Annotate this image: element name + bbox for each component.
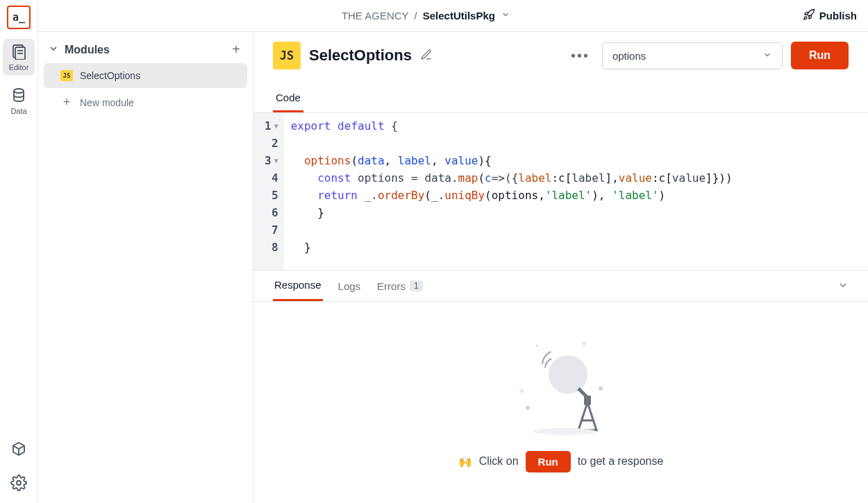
js-icon: JS [273, 42, 301, 69]
publish-label: Publish [819, 10, 857, 22]
sidebar-heading: Modules [65, 44, 226, 56]
svg-point-6 [535, 344, 537, 346]
rail-data[interactable]: Data [3, 83, 35, 119]
tab-code[interactable]: Code [273, 85, 303, 112]
code-content[interactable]: export default { options(data, label, va… [284, 113, 868, 270]
rail-editor-label: Editor [9, 63, 29, 71]
gear-icon [10, 475, 27, 493]
chevron-down-icon [762, 50, 772, 62]
chevron-down-icon[interactable] [48, 43, 59, 56]
module-title: SelectOptions [309, 46, 412, 65]
new-module-label: New module [80, 97, 134, 108]
more-menu-button[interactable]: ••• [567, 48, 594, 64]
app-logo[interactable]: a_ [7, 6, 31, 29]
code-editor[interactable]: 1▼ 2 3▼ 4 5 6 7 8 export default { optio… [253, 113, 868, 270]
rail-editor[interactable]: Editor [3, 39, 35, 76]
package-icon [10, 441, 27, 459]
rail-packages[interactable] [3, 436, 35, 463]
nav-rail: a_ Editor Data [0, 0, 38, 503]
svg-text:+: + [519, 385, 524, 396]
svg-point-10 [526, 406, 530, 410]
response-tabs: Response Logs Errors 1 [253, 270, 868, 302]
rail-settings[interactable] [3, 470, 35, 497]
satellite-illustration: + + [509, 333, 613, 437]
editor-pane: JS SelectOptions ••• options Run [253, 32, 868, 503]
add-module-button[interactable]: + [232, 42, 240, 58]
svg-point-14 [533, 428, 596, 435]
code-gutter: 1▼ 2 3▼ 4 5 6 7 8 [253, 113, 284, 270]
svg-point-5 [17, 481, 21, 485]
publish-button[interactable]: Publish [803, 8, 857, 23]
hint-before: Click on [479, 455, 519, 468]
chevron-down-icon[interactable] [501, 10, 510, 22]
function-select-value: options [612, 50, 646, 62]
svg-point-11 [549, 355, 587, 394]
error-count-badge: 1 [410, 280, 423, 291]
plus-icon: + [60, 95, 73, 110]
svg-point-4 [14, 89, 24, 93]
chevron-down-icon[interactable] [837, 280, 849, 293]
svg-point-9 [599, 386, 603, 391]
topbar: THE AGENCY / SelectUtilsPkg Publish [38, 0, 868, 32]
svg-text:+: + [581, 338, 587, 349]
pencil-icon[interactable] [420, 49, 433, 63]
tab-response[interactable]: Response [273, 271, 323, 301]
response-hint: 🙌 Click on Run to get a response [458, 451, 664, 472]
hint-after: to get a response [578, 455, 664, 468]
hands-emoji-icon: 🙌 [458, 455, 472, 468]
breadcrumb[interactable]: THE AGENCY / SelectUtilsPkg [49, 10, 803, 22]
editor-icon [10, 43, 27, 62]
response-body: + + [253, 302, 868, 503]
run-button[interactable]: Run [791, 42, 849, 69]
function-select[interactable]: options [602, 42, 783, 69]
sidebar-item-selectoptions[interactable]: JS SelectOptions [44, 63, 247, 88]
sidebar-item-label: SelectOptions [80, 70, 140, 81]
breadcrumb-org: THE AGENCY [342, 10, 409, 22]
sidebar: Modules + JS SelectOptions + New module [38, 32, 253, 503]
tab-logs[interactable]: Logs [337, 272, 362, 300]
breadcrumb-pkg: SelectUtilsPkg [423, 10, 495, 22]
breadcrumb-sep: / [415, 10, 417, 22]
new-module-button[interactable]: + New module [44, 88, 247, 117]
tab-errors-label: Errors [377, 280, 406, 292]
run-button-inline[interactable]: Run [526, 451, 571, 472]
rail-data-label: Data [10, 107, 26, 115]
database-icon [10, 87, 27, 105]
rocket-icon [803, 8, 815, 23]
tab-errors[interactable]: Errors 1 [376, 272, 424, 300]
js-icon: JS [60, 70, 73, 81]
